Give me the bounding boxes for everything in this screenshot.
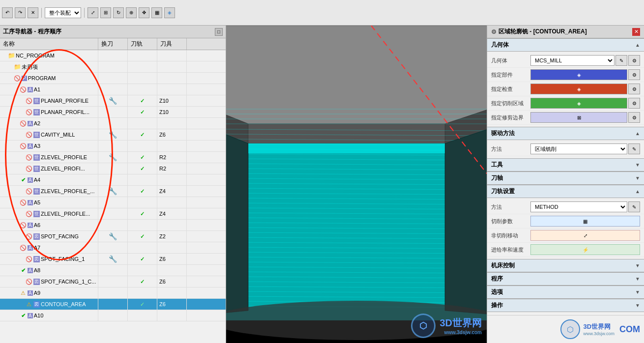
section-header-tool[interactable]: 工具 ▼ bbox=[487, 158, 644, 172]
right-panel: ⚙ 区域轮廓铣 - [CONTOUR_AREA] ✕ 几何体 ▲ 几何体 MCS… bbox=[487, 26, 644, 343]
geometry-edit-btn[interactable]: ✎ bbox=[615, 55, 627, 66]
table-row[interactable]: 🚫 世 PLANAR_PROFILE 🔧 ✓ Z10 bbox=[0, 95, 226, 107]
prop-value-geometry[interactable]: MCS_MILL ✎ ⚙ bbox=[530, 55, 640, 66]
part-select-btn[interactable]: ◈ bbox=[530, 69, 627, 80]
table-row[interactable]: ✔ A A4 bbox=[0, 174, 226, 186]
prop-label-geometry: 几何体 bbox=[491, 57, 530, 64]
section-header-actions[interactable]: 操作 ▼ bbox=[487, 299, 644, 312]
snap-btn[interactable]: ⊞ bbox=[100, 7, 111, 18]
undo-btn[interactable]: ↶ bbox=[2, 7, 13, 18]
section-label-toolpath: 刀轨设置 bbox=[491, 187, 515, 196]
prop-label-trim: 指定修剪边界 bbox=[491, 114, 530, 121]
assembly-select[interactable]: 整个装配 bbox=[45, 7, 81, 18]
prop-value-non-cut[interactable]: ⤢ bbox=[530, 230, 640, 241]
prop-value-feedrate[interactable]: ⚡ bbox=[530, 244, 640, 255]
prop-label-feedrate: 进给率和速度 bbox=[491, 246, 530, 254]
tree-cell-name: 🚫 A A5 bbox=[0, 197, 98, 208]
tree-cell-name: 🚫 A A1 bbox=[0, 84, 98, 95]
chevron-up-icon3: ▲ bbox=[635, 189, 640, 194]
prop-value-cut-area[interactable]: ◈ ⚙ bbox=[530, 98, 640, 109]
table-row[interactable]: ⚠ A A9 bbox=[0, 287, 226, 299]
tree-cell-name: ✔ A A10 bbox=[0, 310, 98, 321]
cut-area-extra-btn[interactable]: ⚙ bbox=[628, 98, 640, 109]
section-header-toolpath[interactable]: 刀轨设置 ▲ bbox=[487, 185, 644, 198]
3d-btn[interactable]: ◈ bbox=[164, 7, 175, 18]
tree-header: 名称 换刀 刀轨 刀具 bbox=[0, 38, 226, 50]
table-row[interactable]: 📁 NC_PROGRAM bbox=[0, 50, 226, 61]
table-row[interactable]: 🚫 世 PLANAR_PROFIL... ✓ Z10 bbox=[0, 107, 226, 118]
section-header-program[interactable]: 程序 ▼ bbox=[487, 272, 644, 286]
section-header-geometry[interactable]: 几何体 ▲ bbox=[487, 38, 644, 52]
prop-value-check[interactable]: ◈ ⚙ bbox=[530, 84, 640, 94]
view-btn[interactable]: ▦ bbox=[151, 7, 162, 18]
feedrate-btn[interactable]: ⚡ bbox=[530, 244, 640, 255]
table-row[interactable]: 🚫 世 ZLEVEL_PROFILE_... 🔧 ✓ Z4 bbox=[0, 186, 226, 197]
3d-scene bbox=[226, 26, 487, 343]
tree-cell-name: 🚫 図 SPOT_FACING_1 bbox=[0, 254, 98, 264]
chevron-up-icon: ▲ bbox=[635, 42, 640, 48]
minimize-button[interactable]: □ bbox=[215, 28, 223, 36]
viewport-3d[interactable]: ⬡ 3D世界网 www.3dsjw.com bbox=[226, 26, 487, 343]
table-row[interactable]: 🚫 世 ZLEVEL_PROFLE... ✓ Z4 bbox=[0, 208, 226, 220]
table-row-selected[interactable]: ⚠ 図 CONTOUR_AREA ✓ Z6 bbox=[0, 299, 226, 310]
check-select-btn[interactable]: ◈ bbox=[530, 84, 627, 94]
folder-icon: 📁 bbox=[8, 52, 15, 59]
zoom-btn[interactable]: ⊕ bbox=[126, 7, 137, 18]
rotate-btn[interactable]: ↻ bbox=[113, 7, 124, 18]
status-warn-icon: ⚠ bbox=[20, 289, 27, 296]
close-btn-toolbar[interactable]: ✕ bbox=[28, 7, 38, 18]
table-row[interactable]: 🚫 A A3 bbox=[0, 141, 226, 152]
table-row[interactable]: 🚫 世 ZLEVEL_PROFILE 🔧 ✓ R2 bbox=[0, 152, 226, 163]
table-row[interactable]: 🚫 世 ZLEVEL_PROFI... ✓ R2 bbox=[0, 163, 226, 174]
table-row[interactable]: 🚫 図 SPOT_FACING_1 🔧 ✓ Z6 bbox=[0, 254, 226, 265]
prop-value-part[interactable]: ◈ ⚙ bbox=[530, 69, 640, 80]
drive-method-select[interactable]: 区域铣削 bbox=[530, 143, 627, 154]
table-row[interactable]: 🚫 P PROGRAM bbox=[0, 73, 226, 84]
cut-params-btn[interactable]: ▦ bbox=[530, 216, 640, 227]
watermark: ⬡ 3D世界网 www.3dsjw.com bbox=[411, 314, 482, 338]
tp-method-btn[interactable]: ✎ bbox=[628, 201, 640, 212]
trim-select-btn[interactable]: ⊠ bbox=[530, 112, 627, 123]
cut-area-select-btn[interactable]: ◈ bbox=[530, 98, 627, 109]
tree-cell-name: 🚫 世 PLANAR_PROFILE bbox=[0, 95, 98, 106]
close-dialog-button[interactable]: ✕ bbox=[632, 28, 640, 36]
section-header-machine[interactable]: 机床控制 ▼ bbox=[487, 259, 644, 272]
table-row[interactable]: 🚫 世 CAVITY_MILL 🔧 ✓ Z6 bbox=[0, 129, 226, 141]
prop-row-method: 方法 区域铣削 ✎ bbox=[487, 142, 644, 156]
pan-btn[interactable]: ✥ bbox=[139, 7, 149, 18]
prop-value-trim[interactable]: ⊠ ⚙ bbox=[530, 112, 640, 123]
logo-3d-icon: ⬡ bbox=[567, 325, 574, 334]
table-row[interactable]: 📁 未用项 bbox=[0, 61, 226, 73]
tree-cell-name: 🚫 図 SPOT_FACING_1_C... bbox=[0, 276, 98, 287]
section-header-drive[interactable]: 驱动方法 ▲ bbox=[487, 127, 644, 140]
program-tree[interactable]: 名称 换刀 刀轨 刀具 📁 NC_PROGRAM 📁 未用项 bbox=[0, 38, 226, 343]
table-row[interactable]: 🚫 A A2 bbox=[0, 118, 226, 129]
table-row[interactable]: 🚫 A A6 bbox=[0, 220, 226, 231]
tree-cell-name: 🚫 A A6 bbox=[0, 220, 98, 230]
trim-extra-btn[interactable]: ⚙ bbox=[628, 112, 640, 123]
part-extra-btn[interactable]: ⚙ bbox=[628, 69, 640, 80]
table-row[interactable]: ✔ A A10 bbox=[0, 310, 226, 321]
table-row[interactable]: ✔ A A8 bbox=[0, 265, 226, 276]
redo-btn[interactable]: ↷ bbox=[15, 7, 26, 18]
table-row[interactable]: 🚫 図 SPOT_FACING 🔧 ✓ Z2 bbox=[0, 231, 226, 242]
section-header-axis[interactable]: 刀轴 ▼ bbox=[487, 172, 644, 185]
drive-edit-btn[interactable]: ✎ bbox=[628, 143, 640, 154]
move-btn[interactable]: ⤢ bbox=[88, 7, 98, 18]
geometry-select[interactable]: MCS_MILL bbox=[530, 55, 615, 66]
section-header-options[interactable]: 选项 ▼ bbox=[487, 286, 644, 299]
table-row[interactable]: 🚫 A A7 bbox=[0, 242, 226, 254]
table-row[interactable]: 🚫 図 SPOT_FACING_1_C... ✓ Z6 bbox=[0, 276, 226, 287]
geometry-extra-btn[interactable]: ⚙ bbox=[628, 55, 640, 66]
table-row[interactable]: 🚫 A A5 bbox=[0, 197, 226, 208]
non-cut-btn[interactable]: ⤢ bbox=[530, 230, 640, 241]
table-row[interactable]: 🚫 A A1 bbox=[0, 84, 226, 95]
prop-value-tp-method[interactable]: METHOD ✎ bbox=[530, 201, 640, 212]
tree-cell-name: 🚫 世 ZLEVEL_PROFILE bbox=[0, 152, 98, 163]
prop-value-cut-params[interactable]: ▦ bbox=[530, 216, 640, 227]
folder-icon: 📁 bbox=[14, 63, 21, 70]
tp-method-select[interactable]: METHOD bbox=[530, 201, 627, 212]
check-extra-btn[interactable]: ⚙ bbox=[628, 84, 640, 94]
prop-value-method[interactable]: 区域铣削 ✎ bbox=[530, 143, 640, 154]
status-error-icon: 🚫 bbox=[26, 97, 32, 104]
